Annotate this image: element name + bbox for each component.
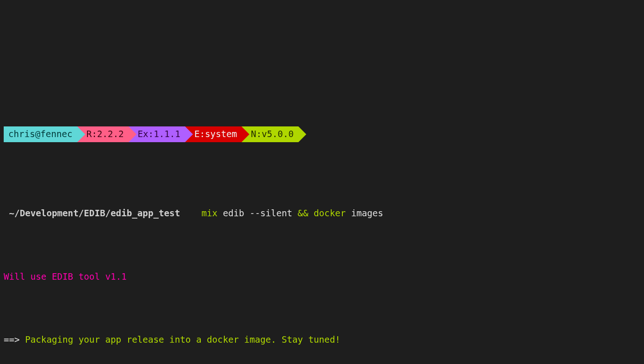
status-node: N:v5.0.0 [242, 126, 298, 142]
command-mix: mix [201, 208, 217, 219]
cwd: ~/Development/EDIB/edib_app_test [4, 208, 186, 219]
status-host: chris@fennec [4, 126, 77, 142]
tool-version-line: Will use EDIB tool v1.1 [4, 269, 640, 285]
status-elixir: Ex:1.1.1 [129, 126, 185, 142]
status-env: E:system [185, 126, 242, 142]
terminal-window[interactable]: chris@fennec R:2.2.2 Ex:1.1.1 E:system N… [0, 63, 644, 364]
prompt-line[interactable]: ~/Development/EDIB/edib_app_test mix edi… [4, 206, 640, 221]
output-line: ==> Packaging your app release into a do… [4, 332, 640, 348]
command-docker: docker [308, 208, 346, 219]
statusbar: chris@fennec R:2.2.2 Ex:1.1.1 E:system N… [4, 126, 640, 142]
